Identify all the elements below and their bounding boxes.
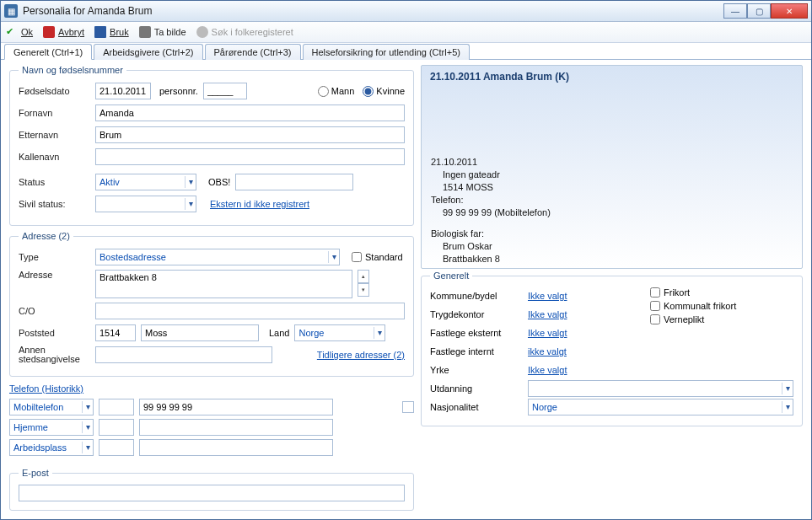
summary-tel-label: Telefon: bbox=[431, 194, 793, 206]
addr-type-label: Type bbox=[19, 252, 90, 262]
apply-button[interactable]: Bruk bbox=[94, 26, 129, 38]
obs-input[interactable] bbox=[235, 174, 353, 190]
tab-helseforsikring[interactable]: Helseforsikring for utlending (Ctrl+5) bbox=[303, 44, 470, 60]
gender-male-radio[interactable]: Mann bbox=[318, 86, 355, 97]
faste-link[interactable]: Ikke valgt bbox=[528, 328, 567, 338]
phone-check-1[interactable] bbox=[402, 401, 414, 413]
content: Navn og fødselsnummer Fødselsdato person… bbox=[1, 60, 811, 519]
search-registry-button: Søk i folkeregisteret bbox=[196, 26, 293, 38]
summary-details: 21.10.2011 Ingen gateadr 1514 MOSS Telef… bbox=[421, 156, 803, 265]
name-fieldset: Navn og fødselsnummer Fødselsdato person… bbox=[9, 65, 414, 226]
obs-label: OBS! bbox=[208, 177, 230, 187]
summary-tel: 99 99 99 99 (Mobiltelefon) bbox=[431, 206, 793, 219]
summary-post: 1514 MOSS bbox=[431, 181, 793, 194]
annen-input[interactable] bbox=[95, 346, 272, 363]
phone-country-2[interactable] bbox=[99, 419, 134, 436]
phone-country-3[interactable] bbox=[99, 439, 134, 456]
dob-label: Fødselsdato bbox=[19, 86, 90, 96]
utdan-label: Utdanning bbox=[430, 383, 523, 394]
ok-button[interactable]: ✔Ok bbox=[6, 26, 33, 38]
save-icon bbox=[94, 26, 106, 38]
phone-row-1: Mobiltelefon bbox=[9, 399, 414, 415]
window: ▦ Personalia for Amanda Brum — ▢ ✕ ✔Ok A… bbox=[0, 0, 812, 520]
dob-input[interactable] bbox=[95, 83, 151, 99]
email-fieldset: E-post bbox=[9, 468, 414, 511]
left-column: Navn og fødselsnummer Fødselsdato person… bbox=[9, 65, 414, 511]
lastname-label: Etternavn bbox=[19, 130, 90, 140]
standard-checkbox[interactable]: Standard bbox=[352, 252, 403, 262]
email-input[interactable] bbox=[19, 485, 405, 501]
window-title: Personalia for Amanda Brum bbox=[23, 5, 723, 17]
phone-number-3[interactable] bbox=[139, 439, 333, 456]
prev-addresses-link[interactable]: Tidligere adresser (2) bbox=[317, 350, 405, 360]
verneplikt-checkbox[interactable]: Verneplikt bbox=[650, 314, 793, 324]
phone-type-1[interactable]: Mobiltelefon bbox=[9, 399, 94, 415]
addr-spinner[interactable]: ▴▾ bbox=[358, 270, 369, 297]
phone-type-3[interactable]: Arbeidsplass bbox=[9, 439, 94, 456]
minimize-button[interactable]: — bbox=[723, 3, 747, 19]
kommune-link[interactable]: Ikke valgt bbox=[528, 291, 567, 301]
sivil-combo[interactable] bbox=[95, 196, 196, 212]
addr-label: Adresse bbox=[19, 270, 90, 280]
firstname-label: Fornavn bbox=[19, 108, 90, 118]
name-legend: Navn og fødselsnummer bbox=[19, 65, 126, 75]
trygde-link[interactable]: Ikke valgt bbox=[528, 309, 567, 319]
phone-number-2[interactable] bbox=[139, 419, 333, 436]
annen-label: Annen stedsangivelse bbox=[19, 346, 90, 364]
nickname-label: Kallenavn bbox=[19, 152, 90, 162]
personnr-label: personnr. bbox=[159, 86, 198, 96]
personnr-input[interactable] bbox=[203, 83, 247, 99]
take-photo-button[interactable]: Ta bilde bbox=[139, 26, 186, 38]
address-legend: Adresse (2) bbox=[19, 231, 73, 241]
land-label: Land bbox=[269, 328, 289, 338]
phone-country-1[interactable] bbox=[99, 399, 134, 415]
firstname-input[interactable] bbox=[95, 105, 405, 121]
people-icon bbox=[196, 26, 208, 38]
poststed-input[interactable] bbox=[141, 324, 259, 341]
spin-down-icon[interactable]: ▾ bbox=[358, 283, 369, 297]
email-legend: E-post bbox=[19, 468, 52, 478]
right-column: 21.10.2011 Amanda Brum (K) 21.10.2011 In… bbox=[421, 65, 803, 511]
co-input[interactable] bbox=[95, 303, 405, 319]
kommunalt-frikort-checkbox[interactable]: Kommunalt frikort bbox=[650, 301, 793, 311]
summary-biofar-label: Biologisk far: bbox=[431, 228, 793, 240]
phone-number-1[interactable] bbox=[139, 399, 333, 415]
gender-female-radio[interactable]: Kvinne bbox=[363, 86, 405, 97]
postnr-input[interactable] bbox=[95, 324, 136, 341]
addr-type-combo[interactable]: Bostedsadresse bbox=[95, 249, 340, 265]
summary-biofar-addr: Brattbakken 8 bbox=[431, 253, 793, 265]
summary-dob: 21.10.2011 bbox=[431, 156, 793, 169]
fasti-link[interactable]: ikke valgt bbox=[528, 346, 567, 356]
close-button[interactable]: ✕ bbox=[771, 3, 808, 19]
check-icon: ✔ bbox=[6, 26, 18, 38]
cancel-button[interactable]: Avbryt bbox=[43, 26, 84, 38]
spin-up-icon[interactable]: ▴ bbox=[358, 270, 369, 283]
addr-input[interactable]: Brattbakken 8 bbox=[95, 270, 352, 298]
land-combo[interactable]: Norge bbox=[294, 324, 385, 341]
yrke-link[interactable]: Ikke valgt bbox=[528, 365, 567, 375]
trygde-label: Trygdekontor bbox=[430, 309, 523, 319]
general-fieldset: Generelt Kommune/bydelIkke valgt Trygdek… bbox=[421, 271, 803, 426]
tab-generelt[interactable]: Generelt (Ctrl+1) bbox=[4, 44, 92, 60]
phone-row-3: Arbeidsplass bbox=[9, 439, 414, 456]
phone-history-link[interactable]: Telefon (Historikk) bbox=[9, 383, 83, 394]
app-icon: ▦ bbox=[4, 4, 18, 18]
utdan-combo[interactable] bbox=[528, 380, 793, 397]
stop-icon bbox=[43, 26, 55, 38]
external-id-link[interactable]: Ekstern id ikke registrert bbox=[210, 199, 309, 209]
phone-type-2[interactable]: Hjemme bbox=[9, 419, 94, 436]
tab-parorende[interactable]: Pårørende (Ctrl+3) bbox=[205, 44, 301, 60]
faste-label: Fastlege eksternt bbox=[430, 328, 523, 338]
yrke-label: Yrke bbox=[430, 365, 523, 375]
sivil-label: Sivil status: bbox=[19, 199, 90, 209]
nasj-combo[interactable]: Norge bbox=[528, 399, 793, 415]
status-combo[interactable]: Aktiv bbox=[95, 174, 196, 190]
maximize-button[interactable]: ▢ bbox=[747, 3, 771, 19]
lastname-input[interactable] bbox=[95, 126, 405, 143]
camera-icon bbox=[139, 26, 151, 38]
co-label: C/O bbox=[19, 306, 90, 316]
frikort-checkbox[interactable]: Frikort bbox=[650, 287, 793, 298]
tab-bar: Generelt (Ctrl+1) Arbeidsgivere (Ctrl+2)… bbox=[1, 43, 811, 60]
nickname-input[interactable] bbox=[95, 148, 405, 165]
tab-arbeidsgivere[interactable]: Arbeidsgivere (Ctrl+2) bbox=[94, 44, 202, 60]
